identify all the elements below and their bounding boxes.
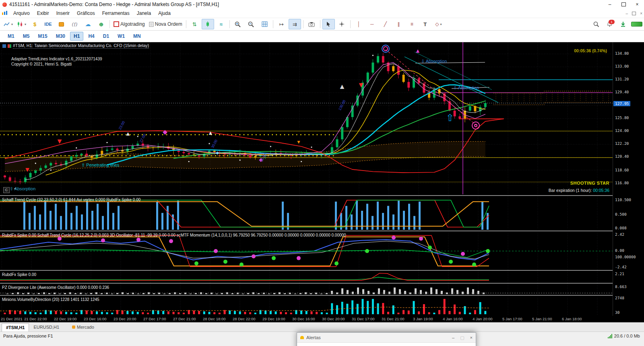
menu-ajuda[interactable]: Ajuda [155,10,174,17]
chart-line-type-button[interactable]: ▾ [2,19,14,29]
alert-bell-icon [300,336,304,339]
price-axis-label: 0.500 [615,212,627,216]
alerts-maximize-button[interactable]: ▢ [460,335,464,340]
expert-advisor-button[interactable]: (ƒ) [68,19,81,29]
web-button[interactable]: ⊕ [95,19,107,29]
hor izontal-line-tool-button[interactable]: ─ [366,19,378,29]
tick-chart-button[interactable]: ≈ [215,19,227,29]
vertical-line-tool-button[interactable]: │ [353,19,365,29]
market-watch-button[interactable]: $ [29,19,41,29]
mdi-restore-button[interactable] [632,12,636,15]
alerts-dialog[interactable]: Alertas – ▢ × [297,332,476,346]
timeframe-m30[interactable]: M30 [52,32,69,41]
time-axis-label: 5 Jan 17:00 [502,317,522,321]
menubar: Arquivo Exibir Inserir Gráficos Ferramen… [0,9,644,18]
tab-tsm-h1[interactable]: #TSM,H1 [2,323,29,332]
time-axis-label: 27 Dec 21:00 [173,317,196,321]
timeframe-d1[interactable]: D1 [99,32,113,41]
absorption-label-bottom: ⇧ Absorption [10,186,35,192]
timeframe-mn[interactable]: MN [130,32,144,41]
new-order-button[interactable]: Nova Ordem [147,19,184,29]
alerts-close-button[interactable]: × [470,335,473,340]
wallet-button[interactable] [55,19,68,29]
price-axis-label: 125.80 [615,115,629,120]
time-axis-label: 30 Dec 20:00 [322,317,345,321]
search-icon [593,21,599,27]
menu-graficos[interactable]: Gráficos [73,10,99,17]
grid-button[interactable] [258,19,271,29]
c-marker-box: C [3,187,10,193]
mdi-close-button[interactable]: × [640,11,642,16]
alerts-dialog-titlebar[interactable]: Alertas – ▢ × [297,333,476,343]
channel-icon: ∥ [397,21,400,27]
cloud-button[interactable]: ☁ [82,19,94,29]
search-button[interactable] [590,19,603,29]
svg-text:130.00: 130.00 [338,99,347,111]
timeframe-m15[interactable]: M15 [34,32,51,41]
timeframe-w1[interactable]: W1 [114,32,128,41]
zoom-out-button[interactable] [245,19,258,29]
timeframe-h1[interactable]: H1 [70,32,83,41]
restore-button[interactable] [617,0,630,9]
screenshot-button[interactable] [305,19,318,29]
mt5-logo-icon [2,10,8,16]
download-data-button[interactable] [617,19,629,29]
cursor-button[interactable] [322,19,335,29]
alerts-minimize-button[interactable]: – [452,335,454,340]
fibonacci-tool-button[interactable]: ≡ [406,19,418,29]
menu-inserir[interactable]: Inserir [53,10,73,17]
market-icon [72,325,75,329]
network-traffic: 20.6 / 0.0 Mb [614,334,640,338]
text-tool-button[interactable]: T [419,19,431,29]
chart-canvas[interactable]: ▼▼▼▲▲▲◆▲⇧▼◆◆27.0030.0030.00130.0023.00 [0,42,613,316]
notifications-button[interactable]: 1 [603,19,616,29]
camera-icon [308,22,315,27]
wallet-icon [59,22,64,27]
svg-text:30.00: 30.00 [211,139,218,149]
time-axis[interactable]: 21 Dec 202121 Dec 22:0022 Dec 19:0023 De… [0,316,613,322]
auto-scroll-button[interactable]: ⇉ [289,19,301,29]
ide-button[interactable]: IDE [42,19,54,29]
chart-shift-button[interactable]: ↦ [275,19,288,29]
price-axis[interactable]: 134.80133.00131.20129.40127.95125.80124.… [613,42,644,316]
candles-mode-button[interactable] [202,19,214,29]
timeframe-bar: M1 M5 M15 M30 H1 H4 D1 W1 MN [0,31,644,42]
zoom-in-button[interactable] [232,19,244,29]
chart-candle-type-button[interactable]: ▾ [15,19,28,29]
chart-area[interactable]: ▼▼▼▲▲▲◆▲⇧▼◆◆27.0030.0030.00130.0023.00 #… [0,42,644,322]
time-axis-label: 28 Dec 22:00 [233,317,256,321]
algotrading-button[interactable]: Algotrading [112,19,147,29]
up-down-arrows-icon: ⇅ [192,21,197,27]
minimize-button[interactable]: – [603,0,617,9]
tab-eurusd-h1[interactable]: EURUSD,H1 [29,323,64,332]
trendline-tool-button[interactable]: ╱ [379,19,392,29]
timeframe-m5[interactable]: M5 [19,32,33,41]
timeframe-m1[interactable]: M1 [4,32,18,41]
time-axis-label: 23 Dec 16:00 [84,317,107,321]
app-icon [2,2,7,7]
price-axis-label: 0.00 [615,248,624,253]
menu-exibir[interactable]: Exibir [33,10,53,17]
timeframe-h4[interactable]: H4 [85,32,98,41]
bar-countdown: 00:05:36 (0.74%) [574,48,607,53]
time-axis-label: 28 Dec 18:00 [203,317,226,321]
globe-icon: ⊕ [99,21,103,27]
close-button[interactable]: × [630,0,644,9]
time-axis-label: 27 Dec 17:00 [143,317,166,321]
mdi-minimize-button[interactable]: – [626,11,628,16]
crosshair-button[interactable] [336,19,348,29]
notification-badge: 1 [609,20,615,24]
zoom-out-icon [248,21,254,27]
green-candle-icon [205,21,211,27]
tab-mercado[interactable]: Mercado [68,323,99,332]
channel-tool-button[interactable]: ∥ [392,19,405,29]
chart-window-icon [2,44,6,48]
text-icon: T [423,21,427,27]
menu-arquivo[interactable]: Arquivo [10,10,33,17]
time-axis-label: 23 Dec 20:00 [114,317,136,321]
menu-ferramentas[interactable]: Ferramentas [99,10,133,17]
menu-janela[interactable]: Janela [133,10,155,17]
shapes-tool-button[interactable]: ◇▾ [432,19,445,29]
depth-of-market-button[interactable]: ⇅ [188,19,201,29]
price-axis-label: 124.00 [615,128,629,133]
